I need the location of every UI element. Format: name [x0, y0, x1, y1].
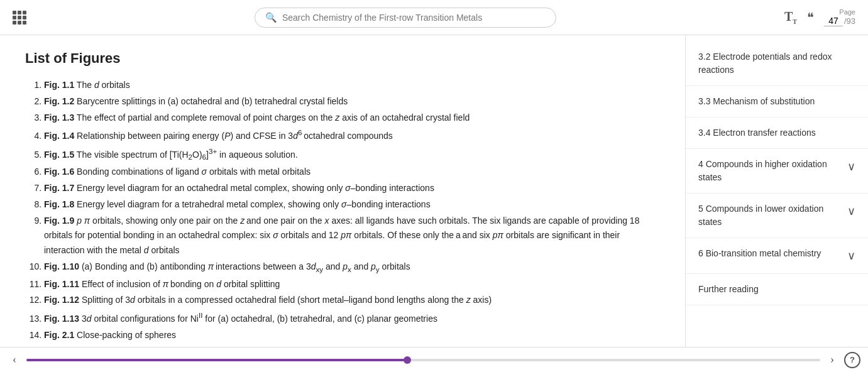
chevron-down-icon: ∨: [847, 203, 855, 220]
sidebar-label: 5 Compounds in lower oxidation states: [698, 202, 842, 229]
list-item: Fig. 1.6 Bonding combinations of ligand …: [44, 165, 660, 180]
search-input[interactable]: [282, 13, 546, 23]
sidebar-item-section-4[interactable]: 4 Compounds in higher oxidation states∨: [686, 149, 868, 194]
sidebar: 3.2 Electrode potentials and redox react…: [686, 35, 868, 347]
chevron-down-icon: ∨: [847, 248, 855, 265]
list-item: Fig. 1.3 The effect of partial and compl…: [44, 111, 660, 126]
page-label: Page: [839, 8, 855, 16]
progress-thumb: [404, 356, 411, 364]
sidebar-item-section-3-2[interactable]: 3.2 Electrode potentials and redox react…: [686, 41, 868, 86]
sidebar-label: 3.2 Electrode potentials and redox react…: [698, 50, 855, 77]
progress-fill: [26, 359, 407, 361]
top-bar-right: TT ❝ Page /93: [784, 8, 855, 26]
sidebar-label: 4 Compounds in higher oxidation states: [698, 158, 842, 184]
top-bar-left: [13, 11, 26, 25]
sidebar-item-section-further[interactable]: Further reading: [686, 274, 868, 305]
list-item: Fig. 1.13 3d orbital configurations for …: [44, 309, 660, 326]
list-item: Fig. 1.5 The visible spectrum of [Ti(H2O…: [44, 145, 660, 163]
page-info: Page /93: [824, 8, 855, 26]
search-bar[interactable]: 🔍: [255, 8, 556, 28]
page-total: /93: [844, 16, 855, 26]
list-item: Fig. 1.10 (a) Bonding and (b) antibondin…: [44, 260, 660, 276]
sidebar-item-section-6[interactable]: 6 Bio-transition metal chemistry∨: [686, 238, 868, 274]
list-item: Fig. 1.2 Barycentre splittings in (a) oc…: [44, 94, 660, 109]
list-item: Fig. 1.9 p π orbitals, showing only one …: [44, 214, 660, 258]
sidebar-label: 3.3 Mechanism of substitution: [698, 95, 855, 108]
sidebar-item-section-5[interactable]: 5 Compounds in lower oxidation states∨: [686, 194, 868, 238]
list-item: Fig. 1.8 Energy level diagram for a tetr…: [44, 197, 660, 212]
quote-icon[interactable]: ❝: [807, 10, 814, 25]
sidebar-item-section-3-4[interactable]: 3.4 Electron transfer reactions: [686, 118, 868, 149]
bottom-bar: ‹ › ?: [0, 347, 868, 372]
progress-bar[interactable]: [26, 359, 820, 361]
page-number-input[interactable]: [824, 16, 843, 26]
list-item: Fig. 1.12 Splitting of 3d orbitals in a …: [44, 293, 660, 308]
list-item: Fig. 1.7 Energy level diagram for an oct…: [44, 181, 660, 196]
main-layout: List of Figures Fig. 1.1 The d orbitalsF…: [0, 35, 868, 347]
font-size-icon[interactable]: TT: [784, 9, 797, 25]
content-area[interactable]: List of Figures Fig. 1.1 The d orbitalsF…: [0, 35, 686, 347]
next-arrow[interactable]: ›: [825, 353, 839, 366]
list-item: Fig. 2.1 Close-packing of spheres: [44, 328, 660, 343]
list-item: Fig. 1.11 Effect of inclusion of π bondi…: [44, 277, 660, 292]
list-item: Fig. 1.1 The d orbitals: [44, 78, 660, 93]
grid-menu-icon[interactable]: [13, 11, 26, 25]
sidebar-item-section-3-3[interactable]: 3.3 Mechanism of substitution: [686, 86, 868, 118]
top-bar: 🔍 TT ❝ Page /93: [0, 0, 868, 35]
list-item: Fig. 1.4 Relationship between pairing en…: [44, 126, 660, 143]
page-title: List of Figures: [25, 50, 660, 67]
sidebar-label: 3.4 Electron transfer reactions: [698, 126, 855, 140]
prev-arrow[interactable]: ‹: [8, 353, 21, 366]
help-button[interactable]: ?: [844, 352, 860, 368]
sidebar-label: 6 Bio-transition metal chemistry: [698, 247, 842, 260]
figures-list: Fig. 1.1 The d orbitalsFig. 1.2 Barycent…: [25, 78, 660, 347]
chevron-down-icon: ∨: [847, 158, 855, 175]
search-icon: 🔍: [265, 12, 277, 23]
sidebar-label: Further reading: [698, 283, 855, 296]
